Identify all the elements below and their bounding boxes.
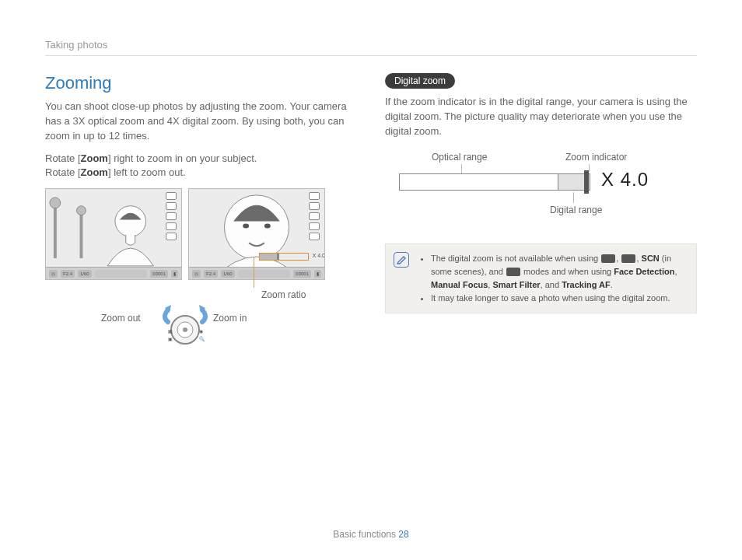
- leader-line: [254, 257, 254, 288]
- svg-point-9: [264, 224, 271, 229]
- status-icon: [166, 202, 177, 210]
- lcd-screenshot-zoomed: X 4.0 ◎ F2.4 1/60 00001 ▮: [188, 188, 325, 280]
- heading-zooming: Zooming: [45, 73, 357, 93]
- zoom-indicator-highlight: X 4.0: [259, 253, 309, 261]
- svg-point-8: [243, 224, 249, 229]
- lcd-bottom-bar: ◎ F2.4 1/60 00001 ▮: [189, 267, 324, 279]
- svg-point-14: [183, 327, 187, 332]
- zoom-bold-2: Zoom: [81, 166, 108, 178]
- status-icon: [309, 212, 320, 220]
- callouts-and-dial: Zoom ratio Zoom out Zoom in ▦ ▣ ◉: [45, 285, 357, 347]
- status-icon: [309, 233, 320, 240]
- scn-label: SCN: [642, 254, 660, 263]
- period: .: [611, 280, 613, 289]
- zoom-ratio-label: Zoom ratio: [261, 289, 306, 300]
- svg-text:🔍: 🔍: [199, 336, 205, 342]
- mult-prefix: X: [601, 169, 614, 190]
- meter-chip: [238, 270, 291, 278]
- note-text: modes and when using: [521, 267, 614, 276]
- battery-chip: ▮: [171, 270, 178, 278]
- manual-focus-label: Manual Focus: [431, 280, 488, 289]
- zoom-out-label: Zoom out: [101, 313, 141, 324]
- svg-text:◉: ◉: [199, 329, 203, 334]
- tracking-af-label: Tracking AF: [562, 280, 611, 289]
- svg-text:▣: ▣: [168, 337, 173, 341]
- movie-mode-icon: [506, 268, 520, 276]
- left-column: Zooming You can shoot close-up photos by…: [45, 73, 357, 347]
- optical-range-label: Optical range: [432, 152, 487, 163]
- note-list: The digital zoom is not available when u…: [420, 252, 687, 305]
- leader-line: [589, 164, 590, 172]
- digital-zoom-paragraph: If the zoom indicator is in the digital …: [385, 95, 697, 139]
- aperture-chip: F2.4: [204, 270, 218, 278]
- note-text: The digital zoom is not available when u…: [431, 254, 600, 263]
- intro-paragraph: You can shoot close-up photos by adjusti…: [45, 100, 357, 144]
- zoom-indicator-label: Zoom indicator: [565, 152, 627, 163]
- aperture-chip: F2.4: [61, 270, 75, 278]
- two-column-layout: Zooming You can shoot close-up photos by…: [45, 73, 697, 347]
- zoom-indicator-fill: [260, 254, 279, 260]
- status-icon: [309, 222, 320, 230]
- lcd-bottom-bar: ◎ F2.4 1/60 00001 ▮: [46, 267, 181, 279]
- status-icon: [309, 202, 320, 210]
- zoom-range-diagram: Optical range Zoom indicator X 4.0 Digit…: [399, 147, 676, 233]
- status-icon: [166, 233, 177, 240]
- page-footer: Basic functions 28: [0, 529, 742, 540]
- zoom-dial-illustration: ▦ ▣ ◉ 🔍: [162, 305, 208, 352]
- counter-chip: 00001: [150, 270, 168, 278]
- status-icon: [166, 222, 177, 230]
- mode-chip: ◎: [192, 270, 201, 278]
- mode-chip: ◎: [49, 270, 58, 278]
- counter-chip: 00001: [293, 270, 311, 278]
- footer-section: Basic functions: [333, 529, 396, 540]
- svg-text:▦: ▦: [168, 329, 173, 334]
- and-sep: , and: [541, 280, 562, 289]
- lcd-screenshot-wide: ◎ F2.4 1/60 00001 ▮: [45, 188, 182, 280]
- svg-rect-1: [54, 205, 57, 258]
- shutter-chip: 1/60: [221, 270, 235, 278]
- status-icon: [309, 192, 320, 200]
- svg-point-7: [224, 195, 289, 260]
- rotate-instructions: Rotate [Zoom] right to zoom in on your s…: [45, 152, 357, 181]
- screenshot-pair: ◎ F2.4 1/60 00001 ▮: [45, 188, 357, 280]
- status-icon-stack: [166, 192, 178, 240]
- footer-page-number: 28: [398, 529, 408, 540]
- note-item-1: The digital zoom is not available when u…: [431, 252, 687, 292]
- rotate-out-post: ] left to zoom out.: [108, 166, 186, 178]
- svg-rect-3: [79, 212, 82, 258]
- leader-line: [461, 164, 462, 173]
- zoom-indicator-value: X 4.0: [313, 253, 325, 258]
- face-detection-label: Face Detection: [614, 267, 674, 276]
- zoom-multiplier: X 4.0: [601, 169, 649, 191]
- zoom-bold-1: Zoom: [81, 152, 108, 164]
- svg-point-4: [77, 206, 86, 215]
- leader-line: [573, 192, 574, 203]
- note-box: The digital zoom is not available when u…: [385, 243, 697, 313]
- rotate-out-pre: Rotate [: [45, 166, 81, 178]
- status-icon: [166, 212, 177, 220]
- rotate-in-post: ] right to zoom in on your subject.: [108, 152, 257, 164]
- zoom-position-tick: [584, 170, 589, 194]
- note-item-2: It may take longer to save a photo when …: [431, 292, 687, 305]
- smart-mode-icon: [601, 254, 615, 263]
- battery-chip: ▮: [314, 270, 321, 278]
- mult-value: 4.0: [621, 169, 649, 190]
- rotate-in-pre: Rotate [: [45, 152, 81, 164]
- right-column: Digital zoom If the zoom indicator is in…: [385, 73, 697, 347]
- breadcrumb: Taking photos: [45, 39, 697, 56]
- digital-range-label: Digital range: [550, 205, 602, 215]
- sep: ,: [675, 267, 677, 276]
- smart-filter-label: Smart Filter: [492, 280, 540, 289]
- svg-point-5: [115, 206, 146, 237]
- status-icon: [166, 192, 177, 200]
- zoom-in-label: Zoom in: [213, 313, 247, 324]
- svg-point-2: [50, 198, 61, 208]
- digital-zoom-pill: Digital zoom: [385, 73, 455, 89]
- note-icon: [394, 252, 409, 268]
- status-icon-stack: [309, 192, 321, 240]
- dual-mode-icon: [621, 254, 635, 263]
- manual-page: Taking photos Zooming You can shoot clos…: [0, 0, 742, 560]
- shutter-chip: 1/60: [78, 270, 92, 278]
- meter-chip: [95, 270, 148, 278]
